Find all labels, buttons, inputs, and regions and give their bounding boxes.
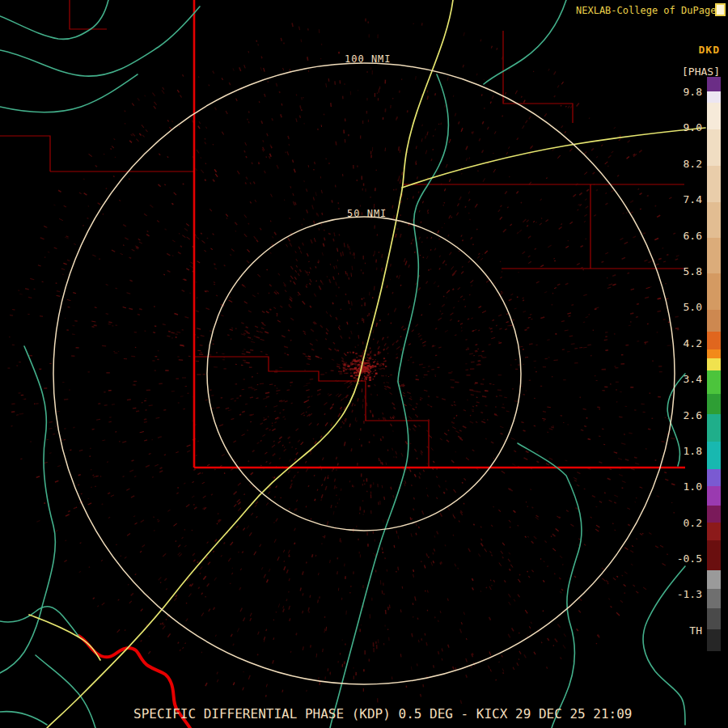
colorbar-tick-label: 2.6 bbox=[684, 408, 702, 423]
county-line bbox=[194, 357, 429, 467]
colorbar-segment bbox=[707, 238, 721, 273]
colorbar-tick-label: 8.2 bbox=[684, 157, 702, 171]
colorbar-strip bbox=[707, 77, 721, 651]
colorbar-tick-label: 4.2 bbox=[684, 336, 702, 351]
river-line bbox=[0, 74, 138, 112]
county-line bbox=[70, 0, 107, 29]
colorbar-tick-label: 7.4 bbox=[684, 193, 702, 207]
river-line bbox=[484, 0, 566, 84]
brand-title: NEXLAB-College of DuPage bbox=[576, 5, 716, 16]
range-ring-inner-label: 50 NMI bbox=[347, 208, 387, 219]
river-line bbox=[0, 6, 200, 76]
colorbar-segment bbox=[707, 589, 721, 608]
colorbar-segment bbox=[707, 166, 721, 202]
colorbar-segment bbox=[707, 629, 721, 651]
river-line bbox=[0, 607, 79, 637]
colorbar-tick-label: 5.8 bbox=[684, 265, 702, 279]
river-line bbox=[330, 74, 448, 728]
state-boundaries-layer bbox=[78, 0, 685, 728]
colorbar-tick-label: 9.0 bbox=[684, 121, 702, 135]
colorbar-tick-label: 0.2 bbox=[684, 516, 702, 531]
river-line bbox=[518, 443, 582, 728]
colorbar-tick-label: 3.4 bbox=[684, 372, 702, 387]
radar-echo-layer bbox=[8, 19, 679, 705]
colorbar-tick-label: 1.8 bbox=[684, 444, 702, 459]
colorbar-segment bbox=[707, 332, 721, 349]
colorbar-segment bbox=[707, 506, 721, 523]
colorbar-tick-label: 5.0 bbox=[684, 300, 702, 315]
colorbar-segment bbox=[707, 77, 721, 91]
colorbar-segment bbox=[707, 202, 721, 238]
product-caption: SPECIFIC DIFFERENTIAL PHASE (KDP) 0.5 DE… bbox=[133, 706, 633, 722]
radar-map: 100 NMI 50 NMI bbox=[0, 0, 728, 728]
colorbar-segment bbox=[707, 486, 721, 506]
colorbar-segment bbox=[707, 608, 721, 629]
units-label: [PHAS] bbox=[657, 66, 720, 78]
colorbar-segment bbox=[707, 540, 721, 570]
range-ring-outer-label: 100 NMI bbox=[345, 53, 392, 65]
colorbar-segment bbox=[707, 394, 721, 414]
county-line bbox=[0, 136, 50, 171]
county-boundaries-layer bbox=[0, 0, 684, 467]
colorbar-segment bbox=[707, 129, 721, 166]
colorbar-ticks: 9.8 9.0 8.2 7.4 6.6 5.8 5.0 4.2 3.4 2.6 … bbox=[662, 85, 702, 638]
colorbar-tick-label: -1.3 bbox=[677, 587, 702, 602]
colorbar-segment bbox=[707, 103, 721, 129]
colorbar-segment bbox=[707, 570, 721, 589]
river-line bbox=[0, 346, 55, 673]
river-line bbox=[36, 655, 95, 728]
colorbar-segment bbox=[707, 349, 721, 358]
colorbar-segment bbox=[707, 414, 721, 442]
river-line bbox=[0, 712, 47, 725]
colorbar-segment bbox=[707, 310, 721, 332]
colorbar-segment bbox=[707, 273, 721, 310]
colorbar-tick-label: -0.5 bbox=[677, 552, 702, 566]
colorbar-tick-label: 1.0 bbox=[684, 480, 702, 494]
highway-line bbox=[29, 615, 100, 660]
colorbar-segment bbox=[707, 370, 721, 394]
colorbar-tick-label: 9.8 bbox=[684, 85, 702, 99]
county-line bbox=[503, 31, 573, 123]
radar-display: 100 NMI 50 NMI NEXLAB-College of DuPage … bbox=[0, 0, 728, 728]
cod-logo-icon bbox=[715, 3, 726, 16]
highway-line bbox=[47, 0, 453, 728]
product-code-label: DKD bbox=[663, 44, 720, 56]
colorbar-tick-label: TH bbox=[689, 624, 702, 638]
colorbar-segment bbox=[707, 469, 721, 486]
colorbar-segment bbox=[707, 91, 721, 103]
colorbar-segment bbox=[707, 523, 721, 540]
colorbar-tick-label: 6.6 bbox=[684, 229, 702, 243]
colorbar-segment bbox=[707, 442, 721, 469]
river-line bbox=[0, 0, 108, 39]
colorbar-segment bbox=[707, 358, 721, 370]
